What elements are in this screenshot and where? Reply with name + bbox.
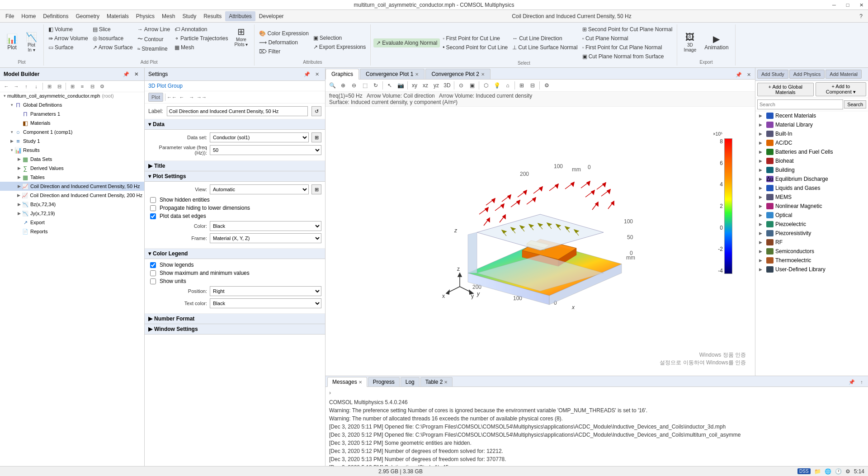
bp-expand-btn[interactable]: ↑ — [857, 377, 866, 386]
tree-item-reports[interactable]: 📄 Reports — [0, 227, 144, 236]
msg-tab-close[interactable]: ✕ — [359, 380, 362, 385]
tree-item-global-def[interactable]: ▾ Π Global Definitions — [0, 100, 144, 109]
bottom-tab-progress[interactable]: Progress — [368, 377, 400, 386]
particle-traj-button[interactable]: ⚬ Particle Trajectories — [173, 34, 230, 42]
tab-convergence1[interactable]: Convergence Plot 1 ✕ — [360, 69, 425, 79]
tree-item-datasets[interactable]: ▶ ▦ Data Sets — [0, 155, 144, 164]
cut-plane-normal-button[interactable]: ▫ Cut Plane Normal — [580, 34, 675, 42]
tree-item-coil50[interactable]: ▶ 📈 Coil Direction and Induced Current D… — [0, 182, 144, 191]
st-plot-btn[interactable]: Plot — [148, 93, 163, 102]
tab-conv2-close[interactable]: ✕ — [481, 72, 485, 77]
tab-pin-btn[interactable]: 📌 — [734, 70, 743, 79]
wireframe-btn[interactable]: ⬡ — [481, 80, 491, 90]
st-back-btn[interactable]: ←← — [167, 93, 176, 102]
menu-materials[interactable]: Materials — [103, 11, 132, 21]
tree-item-parameters1[interactable]: Π Parameters 1 — [0, 109, 144, 118]
tree-item-export[interactable]: ↗ Export — [0, 218, 144, 227]
mat-piezores[interactable]: ▶ Piezoresistivity — [755, 229, 868, 238]
zoom-in-btn[interactable]: ⊕ — [338, 80, 348, 90]
show-hidden-checkbox[interactable] — [150, 197, 156, 203]
settings-pin-button[interactable]: 📌 — [302, 70, 311, 79]
menu-home[interactable]: Home — [18, 11, 39, 21]
tree-item-jy[interactable]: ▶ 📉 Jy(x,72,19) — [0, 209, 144, 218]
section-number-format[interactable]: ▶ Number Format — [145, 314, 325, 324]
lighting-btn[interactable]: 💡 — [492, 80, 502, 90]
mb-pin-button[interactable]: 📌 — [122, 70, 131, 79]
zoom-box-btn[interactable]: ⬚ — [360, 80, 370, 90]
show-units-checkbox[interactable] — [150, 278, 156, 284]
mb-forward-button[interactable]: → — [12, 82, 21, 91]
mat-recent[interactable]: ▶ Recent Materials — [755, 111, 868, 120]
annotation-button[interactable]: 🏷 Annotation — [173, 25, 230, 33]
propagate-checkbox[interactable] — [150, 205, 156, 211]
view-xy-btn[interactable]: xy — [410, 80, 420, 90]
menu-developer[interactable]: Developer — [255, 11, 288, 21]
plot-button[interactable]: 📊 Plot — [3, 33, 21, 52]
menu-file[interactable]: File — [2, 11, 18, 21]
st-next-btn[interactable]: → — [187, 93, 196, 102]
help-button[interactable]: ? — [856, 11, 866, 21]
contour-button[interactable]: 〜 Contour — [136, 34, 172, 44]
screenshot-btn[interactable]: 📷 — [396, 80, 406, 90]
add-material-button[interactable]: Add Material — [826, 70, 862, 79]
view-btn[interactable]: ⊞ — [311, 184, 321, 194]
more-plots-button[interactable]: ⊞ More Plots ▾ — [231, 25, 251, 49]
paste-view-btn[interactable]: ⊟ — [528, 80, 538, 90]
mat-batteries[interactable]: ▶ Batteries and Fuel Cells — [755, 147, 868, 156]
tab-close-btn[interactable]: ✕ — [744, 70, 753, 79]
menu-physics[interactable]: Physics — [132, 11, 158, 21]
menu-geometry[interactable]: Geometry — [72, 11, 103, 21]
rotate-btn[interactable]: ↻ — [371, 80, 381, 90]
menu-definitions[interactable]: Definitions — [39, 11, 72, 21]
plot-edges-checkbox[interactable] — [150, 213, 156, 219]
color-expression-button[interactable]: 🎨 Color Expression — [257, 29, 310, 38]
view-xz-btn[interactable]: xz — [420, 80, 430, 90]
tab-conv1-close[interactable]: ✕ — [415, 72, 419, 77]
first-point-cut-line-button[interactable]: ◦ First Point for Cut Line — [441, 34, 509, 42]
label-reset-btn[interactable]: ↺ — [311, 106, 321, 116]
select-btn[interactable]: ↖ — [385, 80, 395, 90]
bottom-tab-log[interactable]: Log — [401, 377, 420, 386]
show-legends-checkbox[interactable] — [150, 262, 156, 268]
menu-attributes[interactable]: Attributes — [225, 11, 255, 21]
view-3d-btn[interactable]: 3D — [442, 80, 452, 90]
tree-item-derived[interactable]: ▶ ∑ Derived Values — [0, 164, 144, 173]
dataset-select[interactable]: Conductor (sol1) — [210, 132, 309, 142]
cut-line-direction-button[interactable]: ↔ Cut Line Direction — [510, 34, 579, 42]
view-yz-btn[interactable]: yz — [431, 80, 441, 90]
animation-button[interactable]: ▶ Animation — [701, 33, 732, 52]
cut-plane-normal-from-surface-button[interactable]: ▣ Cut Plane Normal from Surface — [580, 52, 675, 61]
bp-pin-btn[interactable]: 📌 — [847, 377, 856, 386]
mb-down-button[interactable]: ↓ — [32, 82, 41, 91]
param-select[interactable]: 50 — [210, 145, 321, 155]
section-window-settings[interactable]: ▶ Window Settings — [145, 324, 325, 335]
menu-study[interactable]: Study — [179, 11, 200, 21]
section-data[interactable]: ▾ Data — [145, 119, 325, 130]
add-to-component-button[interactable]: + Add to Component ▾ — [816, 82, 866, 96]
add-study-button[interactable]: Add Study — [757, 70, 788, 79]
view-select[interactable]: Automatic — [210, 184, 309, 194]
mat-rf[interactable]: ▶ RF — [755, 238, 868, 247]
mat-semiconductors[interactable]: ▶ Semiconductors — [755, 247, 868, 256]
mat-acdc[interactable]: ▶ AC/DC — [755, 138, 868, 147]
settings-close-button[interactable]: ✕ — [312, 70, 321, 79]
section-title[interactable]: ▶ Title — [145, 161, 325, 171]
tree-item-study1[interactable]: ▶ ≡ Study 1 — [0, 137, 144, 146]
mesh-button[interactable]: ▦ Mesh — [173, 43, 230, 52]
second-point-cut-line-button[interactable]: • Second Point for Cut Line — [441, 43, 509, 52]
menu-mesh[interactable]: Mesh — [158, 11, 179, 21]
mat-thermoelectric[interactable]: ▶ Thermoelectric — [755, 256, 868, 265]
cut-line-surface-normal-button[interactable]: ⊥ Cut Line Surface Normal — [510, 43, 579, 52]
add-to-global-button[interactable]: + Add to Global Materials — [757, 83, 814, 96]
tree-item-results[interactable]: ▾ 📊 Results — [0, 146, 144, 155]
show-minmax-checkbox[interactable] — [150, 270, 156, 276]
position-select[interactable]: Right — [210, 286, 321, 296]
st-prev-btn[interactable]: ← — [177, 93, 186, 102]
perspective-btn[interactable]: ⊙ — [456, 80, 466, 90]
image-3d-button[interactable]: 🖼 3D Image — [680, 31, 700, 54]
tree-root[interactable]: ▾ multiturn_coil_asymmetric_conductor.mp… — [0, 92, 144, 99]
search-input[interactable] — [757, 99, 843, 109]
mb-up-button[interactable]: ↑ — [22, 82, 31, 91]
isosurface-button[interactable]: ◎ Isosurface — [91, 34, 135, 42]
add-physics-button[interactable]: Add Physics — [789, 70, 825, 79]
